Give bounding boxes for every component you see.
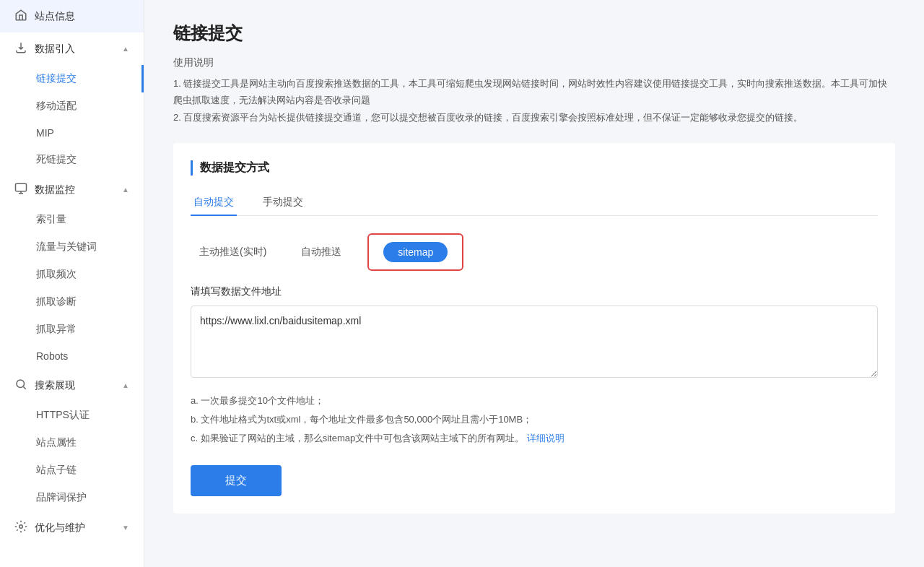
section-title: 数据提交方式: [191, 160, 878, 176]
sidebar-item-mobile-adapt[interactable]: 移动适配: [0, 92, 144, 120]
sidebar-item-mip[interactable]: MIP: [0, 120, 144, 146]
submit-button[interactable]: 提交: [191, 465, 282, 496]
sidebar-label-crawl-frequency: 抓取频次: [36, 268, 77, 280]
sidebar-item-site-info[interactable]: 站点信息: [0, 0, 144, 33]
sidebar-item-index-volume[interactable]: 索引量: [0, 206, 144, 233]
sidebar-label-crawl-diagnose: 抓取诊断: [36, 295, 77, 307]
sidebar-group-search-display[interactable]: 搜索展现 ▲: [0, 369, 144, 402]
sidebar-label-traffic-keywords: 流量与关键词: [36, 241, 97, 252]
sidebar-label-data-monitor: 数据监控: [35, 183, 75, 196]
sidebar-label-robots: Robots: [36, 350, 68, 362]
sidebar-group-data-monitor-children: 索引量 流量与关键词 抓取频次 抓取诊断 抓取异常 Robots: [0, 206, 144, 369]
sub-tab-active-push[interactable]: 主动推送(实时): [191, 241, 275, 263]
chevron-down-icon-search: ▲: [122, 381, 129, 389]
tab-manual-submit[interactable]: 手动提交: [260, 190, 306, 216]
search-display-icon: [14, 378, 27, 393]
sidebar-label-site-subchain: 站点子链: [36, 464, 77, 475]
sidebar-item-crawl-frequency[interactable]: 抓取频次: [0, 261, 144, 288]
notes-section: a. 一次最多提交10个文件地址； b. 文件地址格式为txt或xml，每个地址…: [191, 391, 878, 448]
sidebar-group-data-monitor[interactable]: 数据监控 ▲: [0, 173, 144, 206]
sidebar-label-dead-link: 死链提交: [36, 153, 77, 165]
url-input[interactable]: [191, 306, 878, 378]
sub-tab-auto-push[interactable]: 自动推送: [292, 241, 350, 263]
main-tabs: 自动提交 手动提交: [191, 190, 878, 216]
note-item-2: b. 文件地址格式为txt或xml，每个地址文件最多包含50,000个网址且需小…: [191, 410, 878, 429]
sidebar-group-search-display-children: HTTPS认证 站点属性 站点子链 品牌词保护: [0, 402, 144, 511]
usage-title: 使用说明: [173, 56, 895, 69]
sidebar-label-crawl-anomaly: 抓取异常: [36, 323, 77, 334]
sidebar-item-dead-link[interactable]: 死链提交: [0, 146, 144, 173]
sidebar-item-site-subchain[interactable]: 站点子链: [0, 456, 144, 484]
svg-rect-0: [16, 183, 27, 191]
sidebar-item-https-auth[interactable]: HTTPS认证: [0, 402, 144, 429]
sidebar-label-site-info: 站点信息: [35, 10, 75, 23]
chevron-down-icon-monitor: ▲: [122, 186, 129, 194]
svg-point-1: [17, 380, 25, 388]
sub-tabs-row: 主动推送(实时) 自动推送 sitemap: [191, 233, 878, 271]
note-item-3: c. 如果验证了网站的主域，那么sitemap文件中可包含该网站主域下的所有网址…: [191, 429, 878, 448]
tab-auto-submit[interactable]: 自动提交: [191, 190, 237, 216]
svg-point-2: [19, 525, 23, 529]
detail-link[interactable]: 详细说明: [527, 433, 565, 443]
sidebar-item-link-submit[interactable]: 链接提交: [0, 65, 144, 92]
main-content: 链接提交 使用说明 1. 链接提交工具是网站主动向百度搜索推送数据的工具，本工具…: [144, 0, 924, 567]
sidebar-item-traffic-keywords[interactable]: 流量与关键词: [0, 233, 144, 261]
sidebar: 站点信息 数据引入 ▲ 链接提交 移动适配 MIP 死链提交: [0, 0, 144, 567]
data-submit-card: 数据提交方式 自动提交 手动提交 主动推送(实时) 自动推送 sitemap: [173, 143, 895, 514]
sidebar-label-brand-protection: 品牌词保护: [36, 491, 87, 503]
sidebar-group-data-import-children: 链接提交 移动适配 MIP 死链提交: [0, 65, 144, 173]
sub-tab-sitemap[interactable]: sitemap: [383, 242, 448, 262]
chevron-down-icon-optimize: ▼: [122, 524, 129, 532]
sidebar-label-https-auth: HTTPS认证: [36, 409, 90, 420]
sidebar-item-brand-protection[interactable]: 品牌词保护: [0, 484, 144, 511]
sidebar-label-mip: MIP: [36, 127, 54, 139]
optimize-icon: [14, 520, 27, 535]
sidebar-group-optimize[interactable]: 优化与维护 ▼: [0, 511, 144, 544]
sidebar-label-site-attr: 站点属性: [36, 436, 77, 448]
usage-line-2: 2. 百度搜索资源平台为站长提供链接提交通道，您可以提交想被百度收录的链接，百度…: [173, 109, 895, 126]
sub-tab-sitemap-wrapper: sitemap: [367, 233, 463, 271]
home-icon: [14, 9, 27, 24]
sidebar-label-optimize: 优化与维护: [35, 521, 85, 534]
input-label: 请填写数据文件地址: [191, 285, 878, 298]
sidebar-label-index-volume: 索引量: [36, 213, 66, 225]
chevron-down-icon: ▲: [122, 45, 129, 53]
usage-section: 使用说明 1. 链接提交工具是网站主动向百度搜索推送数据的工具，本工具可缩短爬虫…: [173, 56, 895, 126]
sidebar-label-link-submit: 链接提交: [36, 72, 77, 84]
page-title: 链接提交: [173, 22, 895, 45]
sidebar-label-data-import: 数据引入: [35, 43, 75, 56]
sidebar-label-search-display: 搜索展现: [35, 379, 75, 392]
sidebar-item-crawl-diagnose[interactable]: 抓取诊断: [0, 288, 144, 316]
sidebar-item-site-attr[interactable]: 站点属性: [0, 429, 144, 456]
sidebar-group-data-import[interactable]: 数据引入 ▲: [0, 33, 144, 65]
sidebar-item-robots[interactable]: Robots: [0, 343, 144, 369]
usage-line-1: 1. 链接提交工具是网站主动向百度搜索推送数据的工具，本工具可缩短爬虫发现网站链…: [173, 75, 895, 109]
sidebar-item-crawl-anomaly[interactable]: 抓取异常: [0, 316, 144, 343]
import-icon: [14, 41, 27, 56]
note-item-1: a. 一次最多提交10个文件地址；: [191, 391, 878, 410]
sidebar-label-mobile-adapt: 移动适配: [36, 100, 77, 111]
monitor-icon: [14, 182, 27, 197]
